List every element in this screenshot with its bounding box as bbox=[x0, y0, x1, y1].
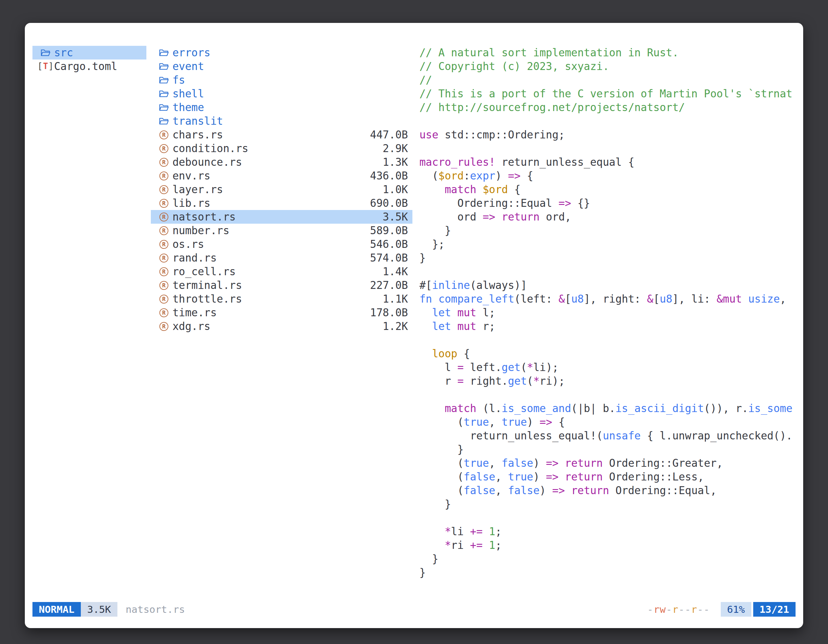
parent-directory-pane: src[T]Cargo.toml bbox=[33, 46, 146, 590]
file-name: chars.rs bbox=[172, 128, 223, 142]
code-line: } bbox=[419, 566, 795, 580]
code-line: (true, true) => { bbox=[419, 415, 795, 429]
text-file-icon: [T] bbox=[40, 61, 51, 72]
file-size: 436.0B bbox=[370, 169, 408, 183]
rust-file-icon: R bbox=[158, 184, 169, 195]
file-size: 574.0B bbox=[370, 251, 408, 265]
yazi-window: src[T]Cargo.toml errorseventfsshelltheme… bbox=[25, 23, 803, 628]
code-line: macro_rules! return_unless_equal { bbox=[419, 155, 795, 169]
code-line: (false, true) => return Ordering::Less, bbox=[419, 470, 795, 484]
code-line: } bbox=[419, 497, 795, 511]
code-line: (false, false) => return Ordering::Equal… bbox=[419, 484, 795, 497]
code-line bbox=[419, 333, 795, 347]
list-item[interactable]: Ros.rs546.0B bbox=[151, 237, 412, 251]
code-line: }; bbox=[419, 237, 795, 251]
file-name: condition.rs bbox=[172, 142, 248, 155]
list-item[interactable]: event bbox=[151, 60, 412, 73]
file-size: 447.0B bbox=[370, 128, 408, 142]
code-line bbox=[419, 511, 795, 525]
code-line: return_unless_equal!(unsafe { l.unwrap_u… bbox=[419, 429, 795, 443]
rust-file-icon: R bbox=[158, 212, 169, 223]
file-name: debounce.rs bbox=[172, 155, 242, 169]
file-name: layer.rs bbox=[172, 183, 223, 196]
code-line bbox=[419, 142, 795, 155]
list-item[interactable]: Rxdg.rs1.2K bbox=[151, 320, 412, 333]
file-name: src bbox=[54, 46, 73, 60]
list-item[interactable]: Rnumber.rs589.0B bbox=[151, 224, 412, 237]
file-size: 1.2K bbox=[383, 320, 408, 333]
code-line: } bbox=[419, 443, 795, 456]
rust-file-icon: R bbox=[158, 266, 169, 277]
cursor-position-badge: 13/21 bbox=[753, 602, 795, 617]
code-line: *ri += 1; bbox=[419, 538, 795, 552]
file-name: number.rs bbox=[172, 224, 229, 237]
list-item[interactable]: [T]Cargo.toml bbox=[33, 60, 146, 73]
code-line: } bbox=[419, 224, 795, 237]
folder-open-icon bbox=[158, 116, 169, 127]
code-line: // bbox=[419, 73, 795, 87]
list-item[interactable]: Rro_cell.rs1.4K bbox=[151, 265, 412, 278]
list-item[interactable]: errors bbox=[151, 46, 412, 60]
file-name: natsort.rs bbox=[172, 210, 236, 224]
file-size-badge: 3.5K bbox=[81, 602, 118, 617]
rust-file-icon: R bbox=[158, 198, 169, 209]
list-item[interactable]: Rcondition.rs2.9K bbox=[151, 142, 412, 155]
code-line: use std::cmp::Ordering; bbox=[419, 128, 795, 142]
file-name: rand.rs bbox=[172, 251, 217, 265]
folder-open-icon bbox=[40, 47, 51, 58]
code-line: *li += 1; bbox=[419, 525, 795, 538]
folder-open-icon bbox=[158, 75, 169, 86]
file-name: errors bbox=[172, 46, 210, 60]
list-item[interactable]: Rdebounce.rs1.3K bbox=[151, 155, 412, 169]
code-line: let mut l; bbox=[419, 306, 795, 320]
rust-file-icon: R bbox=[158, 253, 169, 263]
list-item[interactable]: Rchars.rs447.0B bbox=[151, 128, 412, 142]
code-line: match $ord { bbox=[419, 183, 795, 196]
rust-file-icon: R bbox=[158, 130, 169, 140]
status-filename: natsort.rs bbox=[126, 603, 185, 615]
list-item[interactable]: fs bbox=[151, 73, 412, 87]
list-item[interactable]: Rlayer.rs1.0K bbox=[151, 183, 412, 196]
file-name: fs bbox=[172, 73, 185, 87]
code-line: loop { bbox=[419, 347, 795, 360]
panes-container: src[T]Cargo.toml errorseventfsshelltheme… bbox=[33, 46, 795, 590]
code-line: #[inline(always)] bbox=[419, 278, 795, 292]
scroll-percent-badge: 61% bbox=[721, 602, 751, 617]
list-item[interactable]: src bbox=[33, 46, 146, 60]
code-line: l = left.get(*li); bbox=[419, 360, 795, 374]
code-line bbox=[419, 265, 795, 278]
rust-file-icon: R bbox=[158, 157, 169, 168]
list-item[interactable]: Renv.rs436.0B bbox=[151, 169, 412, 183]
code-line: // Copyright (c) 2023, sxyazi. bbox=[419, 60, 795, 73]
file-size: 589.0B bbox=[370, 224, 408, 237]
rust-file-icon: R bbox=[158, 239, 169, 250]
rust-file-icon: R bbox=[158, 307, 169, 318]
file-name: ro_cell.rs bbox=[172, 265, 236, 278]
file-name: Cargo.toml bbox=[54, 60, 118, 73]
code-line: match (l.is_some_and(|b| b.is_ascii_digi… bbox=[419, 401, 795, 415]
list-item[interactable]: shell bbox=[151, 87, 412, 100]
rust-file-icon: R bbox=[158, 321, 169, 332]
file-size: 1.4K bbox=[383, 265, 408, 278]
folder-open-icon bbox=[158, 102, 169, 113]
permissions-text: -rw-r--r-- bbox=[647, 603, 710, 615]
code-line: ($ord:expr) => { bbox=[419, 169, 795, 183]
rust-file-icon: R bbox=[158, 280, 169, 291]
list-item[interactable]: Rthrottle.rs1.1K bbox=[151, 292, 412, 306]
file-size: 690.0B bbox=[370, 196, 408, 210]
list-item[interactable]: translit bbox=[151, 114, 412, 128]
code-line: let mut r; bbox=[419, 320, 795, 333]
list-item[interactable]: Rterminal.rs227.0B bbox=[151, 278, 412, 292]
code-line: (true, false) => return Ordering::Greate… bbox=[419, 456, 795, 470]
file-name: translit bbox=[172, 114, 223, 128]
file-size: 1.0K bbox=[383, 183, 408, 196]
list-item[interactable]: Rnatsort.rs3.5K bbox=[151, 210, 412, 224]
code-line bbox=[419, 388, 795, 401]
list-item[interactable]: theme bbox=[151, 100, 412, 114]
list-item[interactable]: Rtime.rs178.0B bbox=[151, 306, 412, 320]
file-name: theme bbox=[172, 100, 204, 114]
code-line: } bbox=[419, 552, 795, 566]
list-item[interactable]: Rrand.rs574.0B bbox=[151, 251, 412, 265]
list-item[interactable]: Rlib.rs690.0B bbox=[151, 196, 412, 210]
mode-badge: NORMAL bbox=[33, 602, 81, 617]
